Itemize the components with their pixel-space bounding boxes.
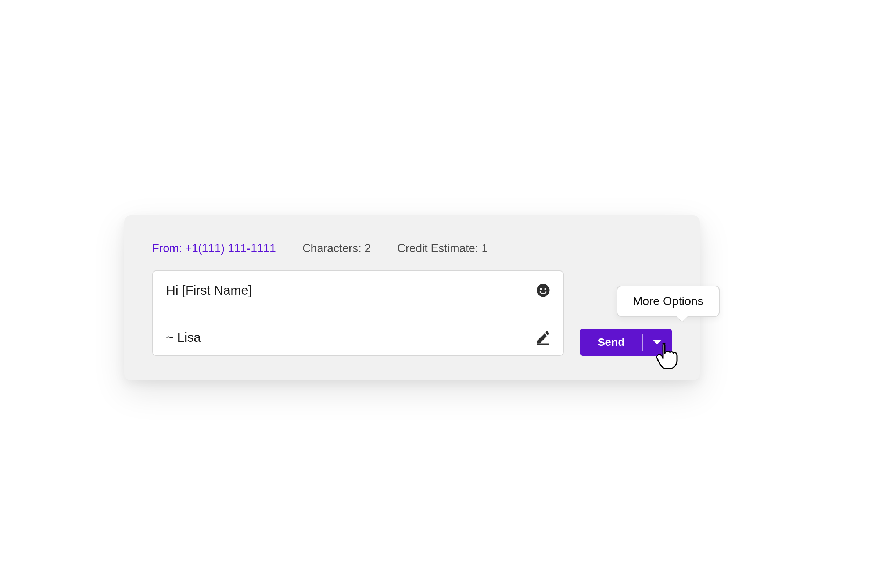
more-options-tooltip: More Options [616, 285, 720, 317]
svg-rect-3 [537, 344, 549, 345]
from-number: +1(111) 111-1111 [185, 242, 276, 255]
message-line-1: Hi [First Name] [166, 282, 552, 299]
send-more-options-button[interactable] [642, 328, 672, 356]
body-row: Hi [First Name] ~ Lisa [152, 270, 672, 356]
send-split-button: Send [580, 328, 672, 356]
send-button-label: Send [597, 336, 624, 348]
from-field[interactable]: From: +1(111) 111-1111 [152, 242, 276, 255]
message-text-line1: Hi [First Name] [166, 283, 252, 298]
chevron-down-icon [652, 340, 662, 345]
send-area: More Options Send [580, 270, 672, 356]
compose-card: From: +1(111) 111-1111 Characters: 2 Cre… [124, 215, 700, 380]
svg-point-1 [540, 288, 542, 290]
characters-label: Characters: [303, 242, 361, 255]
tooltip-text: More Options [633, 294, 704, 308]
credit-label: Credit Estimate: [397, 242, 478, 255]
emoji-icon[interactable] [534, 282, 552, 299]
svg-point-0 [537, 284, 550, 297]
credit-estimate: Credit Estimate: 1 [397, 242, 488, 255]
from-label: From: [152, 242, 182, 255]
message-input[interactable]: Hi [First Name] ~ Lisa [152, 270, 564, 356]
meta-row: From: +1(111) 111-1111 Characters: 2 Cre… [152, 242, 672, 255]
message-line-signature: ~ Lisa [166, 328, 552, 346]
message-signature: ~ Lisa [166, 330, 201, 345]
edit-icon[interactable] [534, 328, 552, 346]
characters-counter: Characters: 2 [303, 242, 371, 255]
characters-value: 2 [364, 242, 371, 255]
send-button[interactable]: Send [580, 328, 642, 356]
credit-value: 1 [482, 242, 488, 255]
svg-point-2 [544, 288, 546, 290]
